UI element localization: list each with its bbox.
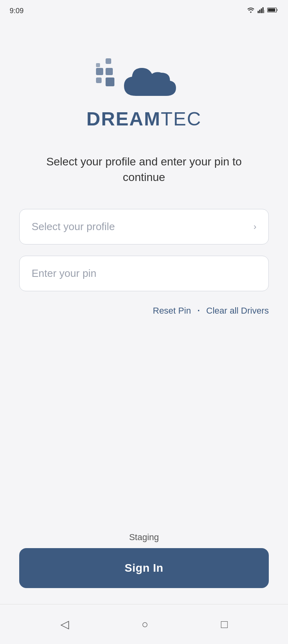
svg-rect-10: [96, 78, 102, 83]
svg-rect-4: [264, 10, 265, 13]
bottom-area: Staging Sign In: [0, 532, 288, 604]
svg-rect-3: [262, 7, 264, 13]
battery-icon: [267, 7, 278, 15]
logo-text: DREAMTEC: [86, 108, 202, 130]
svg-rect-1: [259, 10, 260, 13]
svg-rect-8: [106, 68, 113, 75]
status-icons: [246, 7, 278, 15]
chevron-right-icon: ›: [254, 222, 256, 232]
logo-normal-text: TEC: [161, 108, 202, 129]
home-nav-icon[interactable]: ○: [142, 618, 148, 631]
back-nav-icon[interactable]: ◁: [60, 618, 69, 631]
staging-label: Staging: [129, 532, 159, 543]
status-bar: 9:09: [0, 0, 288, 20]
sign-in-button[interactable]: Sign In: [19, 548, 269, 588]
svg-rect-12: [96, 63, 100, 67]
signal-icon: [258, 7, 265, 15]
subtitle-text: Select your profile and enter your pin t…: [19, 154, 269, 185]
svg-rect-0: [258, 11, 259, 13]
logo-bold-text: DREAM: [86, 108, 161, 129]
logo-container: DREAMTEC: [84, 44, 204, 130]
nav-bar: ◁ ○ □: [0, 604, 288, 644]
reset-pin-link[interactable]: Reset Pin: [153, 306, 191, 316]
wifi-icon: [246, 7, 255, 15]
status-time: 9:09: [10, 7, 24, 15]
clear-drivers-link[interactable]: Clear all Drivers: [206, 306, 269, 316]
svg-rect-11: [106, 78, 114, 86]
select-profile-placeholder: Select your profile: [32, 221, 115, 233]
separator: ·: [197, 306, 200, 316]
svg-rect-9: [106, 58, 111, 64]
svg-rect-2: [261, 8, 262, 13]
svg-rect-7: [96, 68, 103, 75]
pin-input[interactable]: [19, 256, 269, 291]
links-row: Reset Pin · Clear all Drivers: [19, 306, 269, 316]
form-area: Select your profile › Reset Pin · Clear …: [19, 209, 269, 316]
main-content: DREAMTEC Select your profile and enter y…: [0, 20, 288, 532]
select-profile-field[interactable]: Select your profile ›: [19, 209, 269, 244]
recent-nav-icon[interactable]: □: [221, 618, 228, 631]
svg-rect-6: [268, 8, 275, 12]
brand-logo-graphic: [84, 44, 204, 108]
